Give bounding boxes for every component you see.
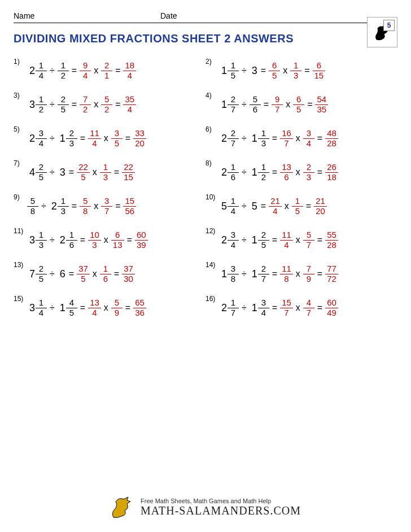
fraction: 16: [228, 163, 239, 182]
problem-number: 14): [206, 261, 215, 269]
fraction: 5435: [315, 95, 328, 114]
numerator: 6: [113, 230, 121, 240]
numerator: 2: [37, 163, 45, 172]
denominator: 28: [325, 241, 338, 250]
fraction: 4828: [325, 129, 338, 148]
problem: 4)127÷56=97x65=5435: [206, 95, 397, 114]
problem: 9)58÷213=58x37=1556: [14, 197, 206, 216]
fraction: 23: [303, 163, 314, 182]
multiply-op: x: [101, 303, 111, 313]
whole-number: 1: [219, 268, 228, 280]
divide-op: ÷: [38, 201, 49, 211]
denominator: 7: [103, 207, 111, 216]
multiply-op: x: [91, 99, 101, 110]
numerator: 1: [229, 298, 237, 308]
divide-op: ÷: [239, 66, 250, 76]
whole-number: 2: [219, 133, 228, 145]
divide-op: ÷: [239, 269, 250, 279]
equals: =: [314, 167, 325, 177]
problem-number: 15): [14, 295, 23, 303]
denominator: 8: [282, 274, 290, 284]
problem-number: 9): [14, 193, 20, 201]
divide-op: ÷: [47, 133, 58, 143]
fraction: 23: [66, 129, 77, 148]
denominator: 4: [229, 241, 237, 250]
whole-number: 2: [219, 302, 228, 314]
fraction: 59: [111, 298, 123, 317]
footer-tagline: Free Math Sheets, Math Games and Math He…: [141, 498, 301, 504]
equals: =: [69, 66, 80, 76]
equals: =: [303, 201, 314, 211]
whole-number: 1: [250, 268, 258, 280]
equals: =: [112, 99, 123, 110]
numerator: 54: [315, 95, 328, 104]
fraction: 12: [58, 61, 69, 80]
denominator: 6: [229, 173, 237, 182]
denominator: 4: [37, 308, 45, 318]
denominator: 3: [90, 241, 98, 250]
numerator: 55: [325, 230, 338, 240]
fraction: 25: [258, 230, 269, 250]
problem: 1)214÷12=94x21=184: [14, 61, 206, 80]
fraction: 94: [80, 61, 91, 80]
whole-number: 1: [58, 302, 66, 314]
problem-number: 4): [206, 91, 212, 99]
denominator: 8: [29, 207, 37, 216]
equals: =: [124, 235, 135, 245]
numerator: 60: [135, 230, 148, 240]
fraction: 72: [80, 95, 91, 114]
numerator: 2: [59, 95, 67, 104]
problem-number: 6): [206, 125, 212, 133]
fraction: 97: [272, 95, 283, 114]
denominator: 7: [305, 308, 313, 318]
whole-number: 3: [250, 65, 258, 77]
denominator: 56: [123, 207, 136, 216]
denominator: 15: [122, 173, 135, 182]
denominator: 4: [37, 71, 45, 81]
denominator: 7: [229, 139, 237, 149]
denominator: 7: [305, 241, 313, 250]
equals: =: [111, 167, 122, 177]
numerator: 1: [229, 163, 237, 172]
fraction: 114: [88, 129, 101, 148]
equals: =: [258, 201, 269, 211]
denominator: 5: [270, 71, 278, 81]
denominator: 4: [282, 241, 290, 250]
whole-number: 7: [27, 268, 36, 280]
multiply-op: x: [293, 167, 303, 177]
numerator: 37: [122, 264, 135, 274]
denominator: 20: [314, 207, 327, 216]
equals: =: [77, 235, 88, 245]
whole-number: 3: [27, 99, 36, 111]
multiply-op: x: [280, 66, 290, 76]
problem: 2)115÷3=65x13=615: [206, 61, 397, 80]
fraction: 14: [36, 298, 47, 317]
fraction: 114: [280, 230, 293, 250]
multiply-op: x: [293, 269, 303, 279]
fraction: 47: [303, 298, 314, 317]
denominator: 3: [260, 139, 268, 149]
fraction: 6536: [133, 298, 146, 317]
fraction: 65: [269, 61, 280, 80]
equals: =: [261, 99, 272, 110]
denominator: 3: [68, 139, 76, 149]
numerator: 26: [325, 163, 338, 172]
numerator: 1: [229, 61, 237, 71]
equals: =: [258, 66, 269, 76]
numerator: 11: [280, 264, 293, 274]
fraction: 3730: [122, 264, 135, 284]
divide-op: ÷: [239, 303, 250, 313]
footer-url: MATH-SALAMANDERS.COM: [141, 504, 301, 517]
problem-number: 10): [206, 193, 215, 201]
denominator: 7: [229, 105, 237, 115]
numerator: 3: [229, 230, 237, 240]
denominator: 5: [113, 139, 121, 149]
whole-number: 1: [250, 302, 258, 314]
whole-number: 3: [27, 234, 36, 246]
problem-number: 13): [14, 261, 23, 269]
numerator: 9: [81, 61, 89, 71]
problem-number: 2): [206, 58, 212, 66]
fraction: 3320: [133, 129, 146, 148]
equals: =: [111, 269, 122, 279]
denominator: 5: [37, 173, 45, 182]
